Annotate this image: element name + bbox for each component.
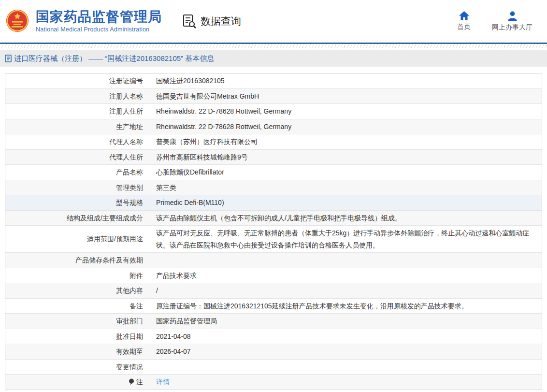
row-value-text: 原注册证编号：国械注进20163212105延续注册产品技术要求未发生变化，沿用… bbox=[156, 300, 468, 312]
row-label: 附件 bbox=[5, 268, 150, 283]
table-row: 注册证编号国械注进20163082105 bbox=[5, 73, 542, 89]
row-label: 注 bbox=[5, 375, 150, 390]
details-link[interactable]: 详情 bbox=[156, 376, 170, 388]
breadcrumb-text: 进口医疗器械（注册） —— “国械注进20163082105” 基本信息 bbox=[14, 54, 214, 63]
row-value: / bbox=[150, 283, 542, 298]
row-value bbox=[150, 253, 542, 268]
table-row: 结构及组成/主要组成成分该产品由除颤仪主机（包含不可拆卸的成人/儿童把手电极和把… bbox=[5, 211, 542, 226]
row-label-text: 批准日期 bbox=[116, 331, 143, 343]
row-label-text: 管理类别 bbox=[116, 182, 143, 194]
row-label: 其他内容 bbox=[5, 283, 150, 298]
top-nav: 首页 网上办事大厅 bbox=[457, 11, 533, 32]
table-row: 注详情 bbox=[5, 375, 542, 390]
data-query-label: 数据查询 bbox=[201, 15, 241, 28]
row-value: Rheinwaldstr. 22 D-78628 Rottweil, Germa… bbox=[150, 104, 542, 119]
row-label-text: 产品名称 bbox=[116, 166, 143, 178]
row-label-text: 有效期至 bbox=[116, 346, 143, 358]
row-value-text: Primedic Defi-B(M110) bbox=[156, 197, 224, 209]
row-label: 管理类别 bbox=[5, 180, 150, 195]
row-label-text: 代理人住所 bbox=[109, 151, 143, 163]
row-value-text: 心脏除颤仪Defibrillator bbox=[156, 166, 224, 178]
row-label: 注册人名称 bbox=[5, 89, 150, 104]
row-value-text: 第三类 bbox=[156, 182, 176, 194]
row-value-text: 该产品由除颤仪主机（包含不可拆卸的成人/儿童把手电极和把手电极导线）组成。 bbox=[156, 212, 402, 224]
row-label-text: 附件 bbox=[130, 270, 143, 282]
row-label: 适用范围/预期用途 bbox=[5, 226, 150, 252]
table-row: 变更情况 bbox=[5, 360, 542, 375]
row-label-text: 备注 bbox=[130, 300, 143, 312]
row-label-text: 变更情况 bbox=[116, 361, 143, 373]
row-label: 产品名称 bbox=[5, 165, 150, 180]
row-value: 产品技术要求 bbox=[150, 268, 542, 283]
row-label: 批准日期 bbox=[5, 329, 150, 344]
row-value-text: 普美康（苏州）医疗科技有限公司 bbox=[156, 136, 258, 148]
row-label-text: 适用范围/预期用途 bbox=[87, 233, 143, 245]
row-label-text: 代理人名称 bbox=[109, 136, 143, 148]
info-table: 注册证编号国械注进20163082105注册人名称德国曼吉世有限公司Metrax… bbox=[5, 73, 542, 390]
table-row: 其他内容/ bbox=[5, 283, 542, 299]
row-value: 普美康（苏州）医疗科技有限公司 bbox=[150, 134, 542, 149]
row-value: 原注册证编号：国械注进20163212105延续注册产品技术要求未发生变化，沿用… bbox=[150, 299, 542, 314]
table-row: 备注原注册证编号：国械注进20163212105延续注册产品技术要求未发生变化，… bbox=[5, 299, 542, 314]
page: 国家药品监督管理局 National Medical Products Admi… bbox=[0, 0, 547, 392]
brand-logo[interactable]: 国家药品监督管理局 National Medical Products Admi… bbox=[6, 9, 162, 34]
nav-service-hall[interactable]: 网上办事大厅 bbox=[492, 11, 533, 32]
row-label: 生产地址 bbox=[5, 119, 150, 134]
row-label-text: 注册人名称 bbox=[109, 90, 143, 102]
row-label: 注册证编号 bbox=[5, 73, 150, 88]
table-row: 批准日期2021-04-08 bbox=[5, 329, 542, 345]
table-row: 注册人住所Rheinwaldstr. 22 D-78628 Rottweil, … bbox=[5, 104, 542, 119]
row-label: 备注 bbox=[5, 299, 150, 314]
row-label-text: 型号规格 bbox=[116, 197, 143, 209]
row-value: 国械注进20163082105 bbox=[150, 73, 542, 88]
site-subtitle: National Medical Products Administration bbox=[36, 26, 162, 33]
table-row: 型号规格Primedic Defi-B(M110) bbox=[5, 195, 542, 211]
table-row: 管理类别第三类 bbox=[5, 180, 542, 196]
row-value: 苏州市高新区科技城锦峰路9号 bbox=[150, 150, 542, 165]
row-value-text: Rheinwaldstr. 22 D-78628 Rottweil, Germa… bbox=[156, 105, 291, 117]
row-value: 2021-04-08 bbox=[150, 329, 542, 344]
table-row: 代理人住所苏州市高新区科技城锦峰路9号 bbox=[5, 150, 542, 165]
site-title: 国家药品监督管理局 bbox=[36, 10, 162, 25]
row-value: 德国曼吉世有限公司Metrax GmbH bbox=[150, 89, 542, 104]
site-header: 国家药品监督管理局 National Medical Products Admi… bbox=[0, 0, 547, 43]
row-label: 注册人住所 bbox=[5, 104, 150, 119]
row-label: 结构及组成/主要组成成分 bbox=[5, 211, 150, 226]
data-query-tab[interactable]: 数据查询 bbox=[182, 14, 241, 29]
row-value-text: 2021-04-08 bbox=[156, 331, 191, 343]
row-label-text: 结构及组成/主要组成成分 bbox=[67, 212, 143, 224]
row-label-text: 注册人住所 bbox=[109, 105, 143, 117]
row-label-text: 其他内容 bbox=[116, 285, 143, 297]
user-icon bbox=[507, 11, 518, 21]
note-balloon-icon bbox=[129, 378, 134, 386]
row-label: 变更情况 bbox=[5, 360, 150, 375]
nav-hall-label: 网上办事大厅 bbox=[492, 23, 533, 32]
nav-home[interactable]: 首页 bbox=[457, 11, 471, 32]
row-label-text: 生产地址 bbox=[116, 121, 143, 133]
doc-search-icon bbox=[182, 14, 197, 29]
row-value: Primedic Defi-B(M110) bbox=[150, 195, 542, 210]
row-label-text: 审批部门 bbox=[116, 315, 143, 327]
row-value: 2026-04-07 bbox=[150, 344, 542, 359]
document-icon bbox=[5, 55, 12, 62]
row-value-text: 德国曼吉世有限公司Metrax GmbH bbox=[156, 90, 259, 102]
table-row: 审批部门国家药品监督管理局 bbox=[5, 314, 542, 329]
row-value bbox=[150, 360, 542, 375]
row-label: 审批部门 bbox=[5, 314, 150, 329]
national-emblem-icon bbox=[6, 9, 29, 34]
row-value: Rheinwaldstr. 22 D-78628 Rottweil, Germa… bbox=[150, 119, 542, 134]
table-row: 代理人名称普美康（苏州）医疗科技有限公司 bbox=[5, 134, 542, 150]
row-value: 该产品由除颤仪主机（包含不可拆卸的成人/儿童把手电极和把手电极导线）组成。 bbox=[150, 211, 542, 226]
row-label-text: 注 bbox=[136, 376, 143, 388]
row-value: 该产品可对无反应、无呼吸、无正常脉搏的患者（体重大于25kg）进行手动异步体外除… bbox=[150, 226, 542, 252]
row-value: 详情 bbox=[150, 375, 542, 390]
row-value: 心脏除颤仪Defibrillator bbox=[150, 165, 542, 180]
table-row: 有效期至2026-04-07 bbox=[5, 344, 542, 360]
table-row: 生产地址Rheinwaldstr. 22 D-78628 Rottweil, G… bbox=[5, 119, 542, 135]
table-row: 注册人名称德国曼吉世有限公司Metrax GmbH bbox=[5, 89, 542, 104]
row-label-text: 产品储存条件及有效期 bbox=[75, 254, 143, 266]
table-row: 产品储存条件及有效期 bbox=[5, 253, 542, 268]
nav-home-label: 首页 bbox=[457, 23, 471, 31]
brand-text: 国家药品监督管理局 National Medical Products Admi… bbox=[36, 10, 162, 33]
row-value-text: 国械注进20163082105 bbox=[156, 75, 225, 87]
